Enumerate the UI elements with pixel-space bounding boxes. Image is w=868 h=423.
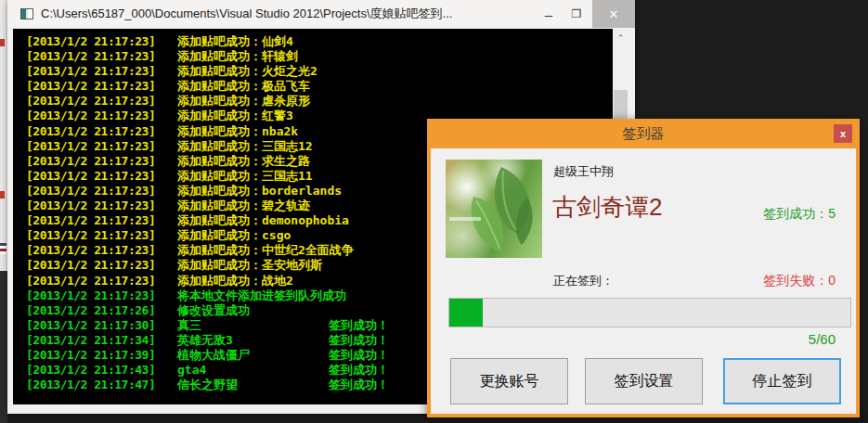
console-close-button[interactable]: ✕ [592, 0, 635, 28]
signing-label: 正在签到： [553, 273, 614, 289]
current-tieba-name: 古剑奇谭2 [552, 191, 662, 224]
console-minimize-button[interactable]: – [535, 0, 563, 28]
leaf-photo-icon [446, 160, 542, 258]
avatar [446, 160, 542, 258]
signin-titlebar[interactable]: 签到器 x [427, 119, 860, 148]
signin-progress-bar [448, 298, 851, 327]
console-log-line: [2013/1/2 21:17:23]添加贴吧成功：虐杀原形 [26, 94, 609, 109]
fail-count: 签到失败：0 [763, 273, 836, 289]
console-app-icon [20, 8, 33, 19]
console-log-line: [2013/1/2 21:17:23]添加贴吧成功：极品飞车 [26, 79, 609, 94]
background-mini-icon [0, 243, 6, 254]
signin-window-title: 签到器 [623, 125, 665, 143]
success-count: 签到成功：5 [763, 206, 836, 223]
account-name: 超级王中翔 [553, 163, 614, 180]
console-log-line: [2013/1/2 21:17:23]添加贴吧成功：轩辕剑 [26, 49, 609, 64]
progress-count: 5/60 [809, 331, 836, 347]
change-account-button[interactable]: 更换账号 [450, 358, 568, 404]
signin-progress-fill [449, 299, 483, 327]
console-log-line: [2013/1/2 21:17:23]添加贴吧成功：仙剑4 [26, 34, 609, 49]
background-window-edge-dark [0, 271, 7, 423]
signin-close-button[interactable]: x [834, 124, 852, 143]
scrollbar-up-arrow-icon[interactable]: ⌃ [613, 31, 628, 45]
background-red-mark [0, 39, 5, 46]
signin-settings-button[interactable]: 签到设置 [585, 358, 703, 404]
stop-signin-button[interactable]: 停止签到 [723, 358, 841, 404]
console-log-line: [2013/1/2 21:17:23]添加贴吧成功：火炬之光2 [26, 64, 609, 79]
background-red-mark [0, 191, 5, 199]
scrollbar-thumb[interactable] [614, 90, 628, 122]
console-window-title: C:\Users\65187_000\Documents\Visual Stud… [41, 6, 452, 22]
signin-window: 签到器 x 超级王中翔 古剑奇谭2 签到成功：5 正在签到： 签到失败：0 5/… [427, 119, 860, 417]
console-titlebar[interactable]: C:\Users\65187_000\Documents\Visual Stud… [7, 0, 635, 28]
console-maximize-button[interactable]: ❐ [563, 0, 590, 28]
signin-client-area: 超级王中翔 古剑奇谭2 签到成功：5 正在签到： 签到失败：0 5/60 更换账… [431, 148, 856, 414]
